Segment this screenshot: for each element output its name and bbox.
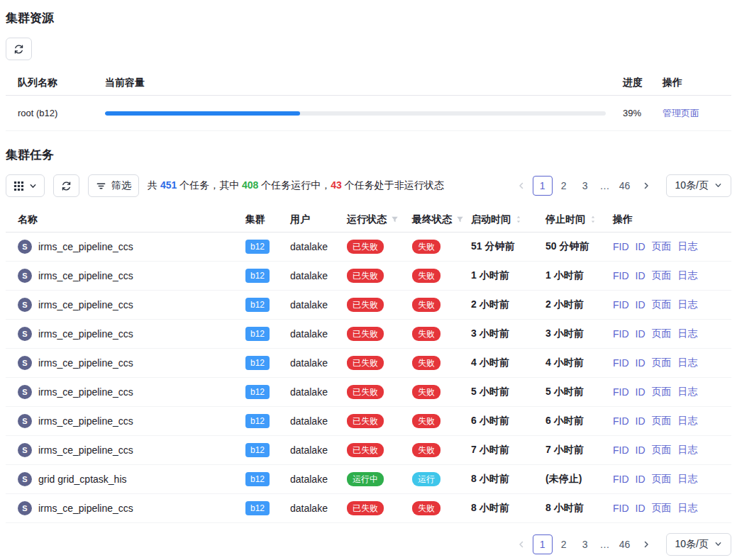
tasks-refresh-button[interactable] [53,174,79,197]
action-link-页面[interactable]: 页面 [652,269,672,282]
stop-time: 8 小时前 [545,502,613,515]
manage-page-link[interactable]: 管理页面 [663,108,699,118]
pager-page-1[interactable]: 1 [533,176,553,196]
task-row: S grid grid_cptask_his b12 datalake 运行中 … [6,465,731,494]
resources-table: 队列名称 当前容量 进度 操作 root (b12) 39% 管理页面 [6,70,731,131]
action-link-日志[interactable]: 日志 [678,240,698,253]
task-name: irms_ce_pipeline_ccs [38,503,133,514]
action-link-页面[interactable]: 页面 [652,327,672,340]
start-time: 4 小时前 [471,357,545,369]
action-link-ID[interactable]: ID [636,357,645,369]
action-link-日志[interactable]: 日志 [678,269,698,282]
final-status-badge: 运行 [412,472,440,486]
tasks-table-body: S irms_ce_pipeline_ccs b12 datalake 已失败 … [6,233,731,523]
action-link-FID[interactable]: FID [613,357,629,369]
col-header-queue: 队列名称 [18,77,105,89]
filter-button[interactable]: 筛选 [88,174,139,197]
action-link-日志[interactable]: 日志 [678,357,698,369]
filter-funnel-icon[interactable] [391,215,399,223]
pager-prev-button[interactable] [511,176,531,196]
sort-icon[interactable] [515,215,522,224]
action-link-日志[interactable]: 日志 [678,386,698,398]
page: 集群资源 队列名称 当前容量 进度 操作 root (b12) [0,0,737,556]
page-size-select[interactable]: 10条/页 [666,533,731,556]
task-user: datalake [290,415,347,427]
filter-funnel-icon[interactable] [456,215,464,223]
task-user: datalake [290,357,347,369]
task-actions: FIDID页面日志 [613,415,719,427]
action-link-ID[interactable]: ID [636,270,645,281]
action-link-页面[interactable]: 页面 [652,386,672,398]
action-link-日志[interactable]: 日志 [678,327,698,340]
action-link-日志[interactable]: 日志 [678,502,698,515]
sort-icon[interactable] [589,215,597,224]
action-link-日志[interactable]: 日志 [678,473,698,486]
chevron-down-icon [714,180,722,191]
running-count: 408 [242,179,258,191]
task-user: datalake [290,270,347,281]
action-link-页面[interactable]: 页面 [652,298,672,311]
task-name: irms_ce_pipeline_ccs [38,357,133,369]
action-link-ID[interactable]: ID [636,328,645,340]
action-link-FID[interactable]: FID [613,415,629,427]
pager-page-3[interactable]: 3 [575,176,595,196]
col-header-user: 用户 [290,213,347,226]
action-link-FID[interactable]: FID [613,503,629,514]
action-link-FID[interactable]: FID [613,270,629,281]
action-link-FID[interactable]: FID [613,386,629,398]
start-time: 8 小时前 [471,502,545,515]
task-name: irms_ce_pipeline_ccs [38,241,133,252]
action-link-页面[interactable]: 页面 [652,502,672,515]
stop-time: 50 分钟前 [545,240,613,253]
final-status-badge: 失败 [412,298,440,312]
action-link-页面[interactable]: 页面 [652,415,672,427]
cluster-badge: b12 [245,385,270,399]
pager-page-46[interactable]: 46 [615,176,635,196]
pager-page-46[interactable]: 46 [615,534,635,554]
task-name: irms_ce_pipeline_ccs [38,386,133,398]
action-link-FID[interactable]: FID [613,299,629,310]
pager-page-2[interactable]: 2 [554,176,574,196]
page-size-select[interactable]: 10条/页 [666,174,731,197]
action-link-FID[interactable]: FID [613,328,629,340]
avatar: S [18,298,32,312]
task-row: S irms_ce_pipeline_ccs b12 datalake 已失败 … [6,494,731,523]
action-link-页面[interactable]: 页面 [652,473,672,486]
view-toggle-button[interactable] [6,174,45,197]
action-link-ID[interactable]: ID [636,299,645,310]
action-link-ID[interactable]: ID [636,444,645,456]
pager-page-2[interactable]: 2 [554,534,574,554]
start-time: 8 小时前 [471,473,545,486]
action-link-FID[interactable]: FID [613,241,629,252]
action-link-ID[interactable]: ID [636,386,645,398]
action-link-ID[interactable]: ID [636,474,645,485]
avatar: S [18,414,32,428]
action-link-ID[interactable]: ID [636,415,645,427]
action-link-ID[interactable]: ID [636,241,645,252]
start-time: 1 小时前 [471,269,545,282]
action-link-页面[interactable]: 页面 [652,357,672,369]
run-status-badge: 运行中 [347,472,384,486]
avatar: S [18,240,32,254]
pager-prev-button[interactable] [511,534,531,554]
progress-percent: 39% [623,108,663,118]
resources-refresh-button[interactable] [6,38,32,60]
cluster-badge: b12 [245,472,270,486]
pager-page-3[interactable]: 3 [575,534,595,554]
action-link-页面[interactable]: 页面 [652,444,672,457]
pager-next-button[interactable] [636,534,656,554]
task-user: datalake [290,386,347,398]
action-link-日志[interactable]: 日志 [678,444,698,457]
pager-page-1[interactable]: 1 [533,534,553,554]
task-user: datalake [290,444,347,456]
action-link-FID[interactable]: FID [613,444,629,456]
pager-next-button[interactable] [636,176,656,196]
action-link-日志[interactable]: 日志 [678,415,698,427]
action-link-日志[interactable]: 日志 [678,298,698,311]
action-link-ID[interactable]: ID [636,503,645,514]
cluster-badge: b12 [245,443,270,457]
action-link-FID[interactable]: FID [613,474,629,485]
task-name: irms_ce_pipeline_ccs [38,299,133,310]
filter-button-label: 筛选 [111,179,131,192]
action-link-页面[interactable]: 页面 [652,240,672,253]
